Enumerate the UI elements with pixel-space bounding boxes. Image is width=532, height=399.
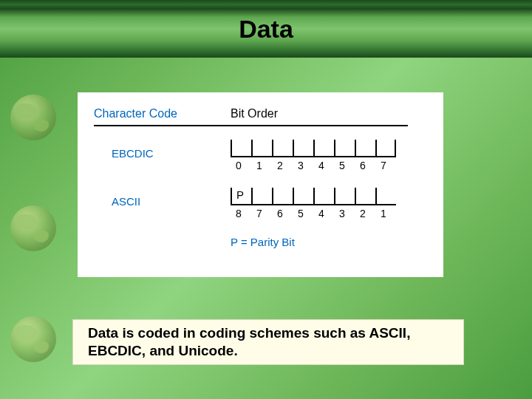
header-character-code: Character Code <box>94 107 231 120</box>
bit-number: 2 <box>272 160 293 171</box>
title-bar: Data <box>0 0 532 58</box>
diagram-header: Character Code Bit Order <box>94 107 427 120</box>
tick <box>313 188 334 205</box>
divider <box>94 125 408 126</box>
bit-number: 4 <box>313 208 334 219</box>
tick <box>231 140 251 157</box>
tick <box>334 188 355 205</box>
caption-text: Data is coded in coding schemes such as … <box>88 324 449 361</box>
bit-number: 6 <box>355 160 375 171</box>
bit-number: 8 <box>231 208 251 219</box>
parity-mark: P <box>236 188 244 201</box>
bit-number: 5 <box>293 208 313 219</box>
slide-title: Data <box>239 15 293 44</box>
globe-icon <box>10 95 56 140</box>
tick <box>272 140 293 157</box>
row-label: ASCII <box>94 188 231 208</box>
globe-icon <box>10 316 56 362</box>
tick <box>355 188 375 205</box>
row-label: EBCDIC <box>94 140 231 160</box>
tick <box>251 188 272 205</box>
tick <box>375 140 396 157</box>
tick <box>313 140 334 157</box>
tick-container: P <box>231 188 396 205</box>
bit-number: 7 <box>375 160 396 171</box>
tick <box>375 188 396 205</box>
bit-numbers: 87654321 <box>231 208 396 219</box>
bit-number: 4 <box>313 160 334 171</box>
bit-number: 1 <box>251 160 272 171</box>
bit-number: 0 <box>231 160 251 171</box>
bit-number: 3 <box>334 208 355 219</box>
tick <box>251 140 272 157</box>
tick-container <box>231 140 396 157</box>
caption-box: Data is coded in coding schemes such as … <box>72 319 464 365</box>
bit-number: 1 <box>375 208 396 219</box>
tick <box>355 140 375 157</box>
tick <box>293 140 313 157</box>
bit-number: 3 <box>293 160 313 171</box>
globe-icon <box>10 205 56 251</box>
diagram-panel: Character Code Bit Order EBCDIC01234567A… <box>78 92 443 277</box>
parity-note: P = Parity Bit <box>231 236 427 248</box>
diagram-row: ASCIIP87654321 <box>94 188 427 219</box>
bit-number: 7 <box>251 208 272 219</box>
diagram-row: EBCDIC01234567 <box>94 140 427 171</box>
bit-diagram: 01234567 <box>231 140 396 171</box>
bit-numbers: 01234567 <box>231 160 396 171</box>
tick <box>272 188 293 205</box>
tick <box>293 188 313 205</box>
bit-number: 6 <box>272 208 293 219</box>
bit-diagram: P87654321 <box>231 188 396 219</box>
tick <box>334 140 355 157</box>
bit-number: 5 <box>334 160 355 171</box>
bit-number: 2 <box>355 208 375 219</box>
header-bit-order: Bit Order <box>231 107 278 120</box>
